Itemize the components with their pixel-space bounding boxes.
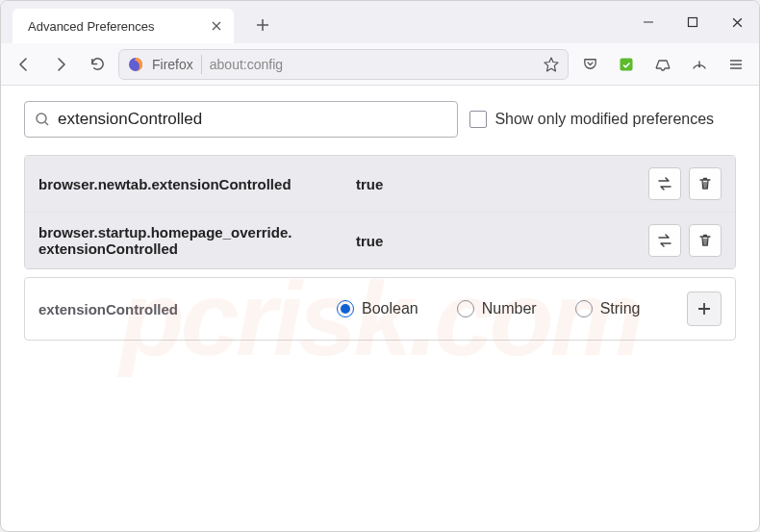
svg-rect-0 [689, 18, 697, 27]
url-address: about:config [210, 57, 283, 72]
svg-point-4 [37, 114, 46, 123]
titlebar: Advanced Preferences [1, 1, 759, 43]
preference-value: true [356, 233, 648, 249]
row-actions [648, 167, 722, 200]
toggle-button[interactable] [648, 167, 681, 200]
toolbar: Firefox about:config [1, 43, 759, 86]
maximize-button[interactable] [671, 1, 715, 43]
firefox-logo-icon [127, 56, 144, 73]
reload-button[interactable] [82, 49, 113, 80]
url-source-label: Firefox [152, 57, 193, 72]
preference-list: browser.newtab.extensionControlled true … [24, 155, 736, 269]
browser-window: Advanced Preferences [0, 0, 760, 532]
preference-search-box[interactable] [24, 101, 458, 138]
preference-row: browser.startup.homepage_override. exten… [25, 213, 735, 268]
close-tab-icon[interactable] [209, 18, 224, 34]
type-string[interactable]: String [575, 300, 641, 317]
pocket-icon[interactable] [574, 49, 605, 80]
radio-dot-icon [457, 300, 474, 317]
type-boolean[interactable]: Boolean [337, 300, 418, 317]
delete-button[interactable] [689, 167, 722, 200]
svg-point-3 [698, 64, 700, 66]
show-only-modified[interactable]: Show only modified preferences [469, 111, 736, 128]
preference-search-input[interactable] [58, 110, 447, 129]
close-window-button[interactable] [715, 1, 759, 43]
preference-row: browser.newtab.extensionControlled true [25, 156, 735, 213]
tab-advanced-preferences[interactable]: Advanced Preferences [13, 9, 234, 43]
radio-dot-icon [575, 300, 593, 317]
bookmark-star-icon[interactable] [543, 56, 560, 73]
inbox-icon[interactable] [647, 49, 678, 80]
new-tab-button[interactable] [249, 12, 276, 38]
search-icon [35, 112, 50, 127]
new-preference-row: extensionControlled Boolean Number Strin… [24, 277, 736, 341]
gauge-icon[interactable] [684, 49, 715, 80]
svg-rect-2 [621, 58, 633, 70]
delete-button[interactable] [689, 224, 722, 257]
window-controls [626, 1, 759, 43]
extension-icon[interactable] [611, 49, 642, 80]
type-number[interactable]: Number [457, 300, 537, 317]
type-radios: Boolean Number String [337, 300, 687, 317]
type-label: Number [482, 300, 537, 317]
new-preference-name: extensionControlled [38, 301, 337, 317]
row-actions [648, 224, 722, 257]
url-divider [201, 55, 202, 74]
type-label: Boolean [362, 300, 418, 317]
show-only-checkbox[interactable] [469, 111, 487, 128]
menu-button[interactable] [721, 49, 751, 80]
type-label: String [600, 300, 641, 317]
url-bar[interactable]: Firefox about:config [118, 49, 569, 80]
show-only-label: Show only modified preferences [494, 111, 714, 128]
page-content: pcrisk.com Show only modified preference… [1, 86, 759, 531]
tab-title: Advanced Preferences [28, 19, 209, 34]
preference-value: true [356, 176, 648, 192]
search-row: Show only modified preferences [24, 101, 736, 138]
forward-button[interactable] [45, 49, 76, 80]
preference-name: browser.startup.homepage_override. exten… [38, 224, 356, 257]
add-preference-button[interactable] [687, 291, 722, 326]
minimize-button[interactable] [626, 1, 671, 43]
preference-name: browser.newtab.extensionControlled [38, 176, 356, 192]
back-button[interactable] [9, 49, 39, 80]
toggle-button[interactable] [648, 224, 681, 257]
radio-dot-icon [337, 300, 354, 317]
